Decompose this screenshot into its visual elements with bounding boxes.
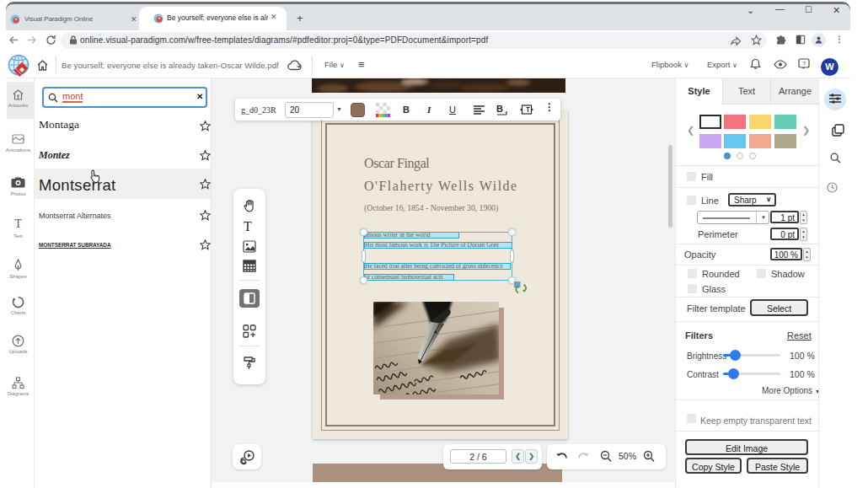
svg-text:?: ? bbox=[802, 60, 806, 67]
svg-text:B: B bbox=[496, 104, 503, 114]
